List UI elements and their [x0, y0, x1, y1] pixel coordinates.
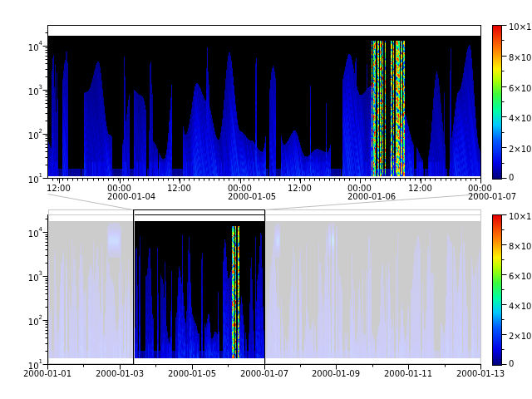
- bottom-x-tick-label: 2000-01-07: [234, 370, 295, 378]
- bottom-x-tick-label: 2000-01-11: [377, 370, 439, 378]
- colorbar-tick-label: 10×107: [509, 21, 532, 32]
- faded-region-left: [48, 209, 135, 364]
- y-tick-label: 102: [14, 316, 42, 327]
- bottom-x-tick-label: 2000-01-03: [89, 370, 150, 378]
- top-x-tick-label: 12:00: [47, 185, 71, 193]
- y-tick-label: 103: [14, 272, 42, 283]
- top-x-tick-label: 00:002000-01-07: [468, 185, 516, 201]
- colorbar-bottom[interactable]: [492, 214, 502, 366]
- colorbar-tick-label: 4×107: [509, 300, 532, 311]
- y-tick-label: 103: [14, 86, 42, 96]
- colorbar-tick-label: 8×107: [509, 52, 532, 62]
- top-x-tick-label: 00:002000-01-05: [228, 185, 276, 201]
- faded-region-right: [265, 209, 481, 364]
- bottom-x-tick-label: 2000-01-01: [17, 370, 78, 378]
- colorbar-tick-label: 2×107: [509, 143, 532, 154]
- colorbar-tick-label: 10×107: [509, 210, 532, 221]
- colorbar-tick-label: 6×107: [509, 82, 532, 93]
- colorbar-tick-label: 6×107: [509, 270, 532, 281]
- zoom-spectrogram-plot[interactable]: [48, 36, 480, 176]
- top-x-tick-label: 12:00: [167, 185, 191, 193]
- bottom-x-tick-label: 2000-01-05: [161, 370, 223, 378]
- top-x-tick-label: 12:00: [408, 185, 432, 193]
- colorbar-top[interactable]: [492, 25, 502, 180]
- y-tick-label: 101: [14, 360, 42, 371]
- colorbar-tick-label: 4×107: [509, 112, 532, 123]
- top-x-tick-label: 00:002000-01-06: [347, 185, 396, 201]
- colorbar-tick-label: 0: [509, 360, 514, 368]
- y-tick-label: 102: [14, 130, 42, 140]
- zoom-region-selector[interactable]: [133, 209, 265, 365]
- colorbar-tick-label: 2×107: [509, 330, 532, 341]
- spectrogram-figure: 12:0000:002000-01-0412:0000:002000-01-05…: [0, 0, 532, 399]
- y-tick-label: 104: [14, 42, 42, 52]
- bottom-x-tick-label: 2000-01-13: [450, 370, 511, 378]
- colorbar-tick-label: 8×107: [509, 240, 532, 251]
- y-tick-label: 104: [14, 228, 42, 239]
- top-x-tick-label: 12:00: [288, 185, 312, 193]
- y-tick-label: 101: [14, 174, 42, 185]
- colorbar-tick-label: 0: [509, 174, 514, 182]
- bottom-x-tick-label: 2000-01-09: [305, 370, 367, 378]
- top-x-tick-label: 00:002000-01-04: [107, 185, 155, 201]
